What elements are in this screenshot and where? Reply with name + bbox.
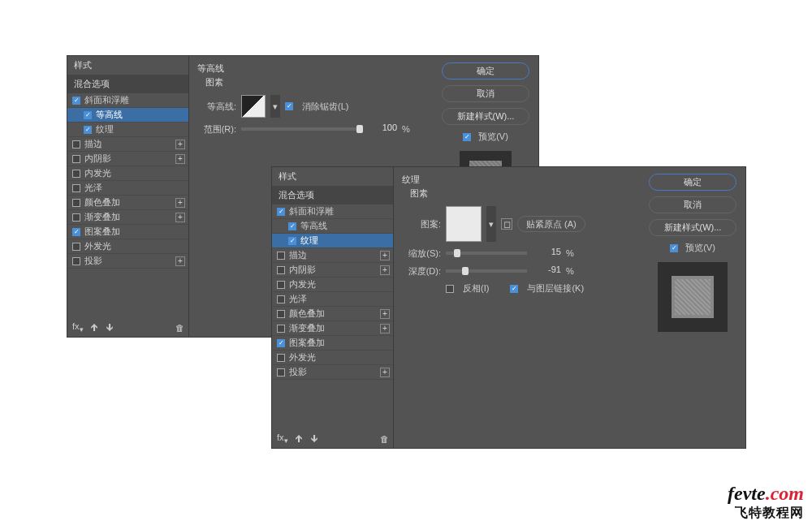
add-effect-icon[interactable]: + [380,368,390,377]
new-style-button[interactable]: 新建样式(W)... [649,219,736,236]
style-checkbox[interactable] [277,368,285,377]
style-item-7[interactable]: 颜色叠加+ [67,196,188,210]
style-checkbox[interactable] [277,281,285,289]
style-item-4[interactable]: 内阴影+ [272,263,393,278]
contour-dropdown-arrow[interactable]: ▾ [270,95,280,118]
pattern-thumbnail[interactable] [446,206,482,242]
style-checkbox[interactable] [72,228,80,236]
style-checkbox[interactable] [84,126,92,134]
antialias-checkbox[interactable] [285,102,293,110]
style-item-8[interactable]: 渐变叠加+ [67,210,188,225]
style-checkbox[interactable] [277,295,285,303]
invert-checkbox[interactable] [446,285,454,293]
style-item-9[interactable]: 图案叠加 [67,225,188,239]
style-checkbox[interactable] [288,222,296,230]
arrow-up-icon[interactable]: 🡩 [295,434,304,444]
texture-title: 纹理 [402,174,632,186]
style-item-5[interactable]: 内发光 [272,278,393,292]
contour-thumbnail[interactable] [241,95,266,118]
preview-checkbox[interactable] [463,133,471,141]
style-item-label: 描边 [289,249,307,261]
style-item-6[interactable]: 光泽 [272,292,393,307]
style-checkbox[interactable] [72,213,80,222]
pattern-dropdown-arrow[interactable]: ▾ [486,206,496,242]
style-item-6[interactable]: 光泽 [67,181,188,196]
style-item-10[interactable]: 外发光 [272,351,393,365]
site-logo: fevte.com 飞特教程网 [728,483,804,522]
style-item-7[interactable]: 颜色叠加+ [272,307,393,321]
add-effect-icon[interactable]: + [175,154,185,164]
style-item-4[interactable]: 内阴影+ [67,152,188,166]
trash-icon[interactable]: 🗑 [380,434,389,444]
style-item-1[interactable]: 等高线 [67,108,188,123]
add-effect-icon[interactable]: + [175,198,185,208]
style-checkbox[interactable] [72,97,80,105]
style-item-3[interactable]: 描边+ [272,248,393,263]
style-item-11[interactable]: 投影+ [67,254,188,269]
fx-icon[interactable]: fx▾ [72,321,84,334]
depth-value[interactable]: -91 [532,265,561,278]
style-checkbox[interactable] [72,155,80,163]
depth-slider[interactable] [446,269,527,273]
style-checkbox[interactable] [277,325,285,333]
scale-value[interactable]: 15 [532,247,561,260]
style-checkbox[interactable] [277,354,285,362]
style-item-2[interactable]: 纹理 [67,123,188,137]
style-item-label: 颜色叠加 [289,308,325,320]
ok-button[interactable]: 确定 [442,62,529,80]
style-checkbox[interactable] [277,252,285,260]
range-slider[interactable] [241,127,363,131]
style-checkbox[interactable] [277,266,285,274]
style-checkbox[interactable] [84,111,92,119]
link-layer-checkbox[interactable] [510,285,518,293]
style-item-10[interactable]: 外发光 [67,239,188,254]
style-checkbox[interactable] [72,243,80,251]
arrow-up-icon[interactable]: 🡩 [90,323,99,333]
range-value[interactable]: 100 [368,123,397,136]
style-item-5[interactable]: 内发光 [67,166,188,181]
style-checkbox[interactable] [277,310,285,318]
style-item-0[interactable]: 斜面和浮雕 [67,93,188,108]
style-checkbox[interactable] [72,257,80,265]
preview-box [658,262,728,332]
fx-icon[interactable]: fx▾ [277,432,288,445]
snap-origin-icon[interactable]: ◻ [501,218,512,230]
new-style-button[interactable]: 新建样式(W)... [442,108,529,125]
style-checkbox[interactable] [72,170,80,178]
style-item-2[interactable]: 纹理 [272,234,393,248]
style-checkbox[interactable] [288,237,296,245]
depth-pct: % [566,266,574,276]
cancel-button[interactable]: 取消 [649,196,736,213]
trash-icon[interactable]: 🗑 [175,323,184,333]
style-list-footer: fx▾ 🡩 🡫 🗑 [272,430,394,448]
add-effect-icon[interactable]: + [175,213,185,222]
style-checkbox[interactable] [277,208,285,216]
style-checkbox[interactable] [72,184,80,192]
style-item-1[interactable]: 等高线 [272,219,393,234]
style-item-0[interactable]: 斜面和浮雕 [272,204,393,219]
style-item-3[interactable]: 描边+ [67,137,188,152]
add-effect-icon[interactable]: + [175,140,185,149]
add-effect-icon[interactable]: + [175,256,185,266]
cancel-button[interactable]: 取消 [442,85,529,102]
add-effect-icon[interactable]: + [380,265,390,275]
style-checkbox[interactable] [72,140,80,148]
add-effect-icon[interactable]: + [380,251,390,260]
style-item-8[interactable]: 渐变叠加+ [272,321,393,336]
style-item-9[interactable]: 图案叠加 [272,336,393,351]
style-item-label: 外发光 [84,240,111,252]
add-effect-icon[interactable]: + [380,309,390,319]
style-checkbox[interactable] [72,199,80,207]
add-effect-icon[interactable]: + [380,324,390,334]
ok-button[interactable]: 确定 [649,174,736,191]
style-item-11[interactable]: 投影+ [272,365,393,380]
style-item-label: 颜色叠加 [84,196,120,209]
preview-checkbox[interactable] [670,244,678,252]
arrow-down-icon[interactable]: 🡫 [310,434,319,444]
style-checkbox[interactable] [277,339,285,347]
scale-slider[interactable] [446,252,527,255]
snap-origin-button[interactable]: 贴紧原点 (A) [517,216,585,232]
blend-options-header[interactable]: 混合选项 [67,75,188,93]
arrow-down-icon[interactable]: 🡫 [106,323,114,333]
blend-options-header[interactable]: 混合选项 [272,186,393,204]
